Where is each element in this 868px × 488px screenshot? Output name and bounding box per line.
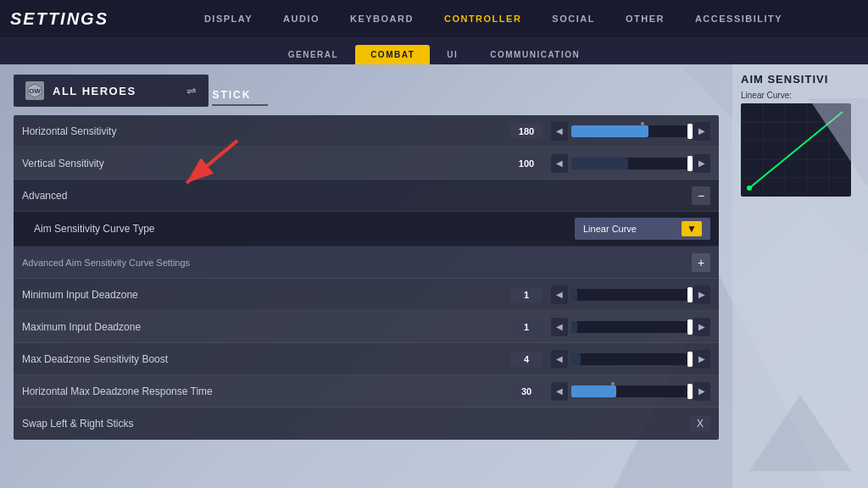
max-deadzone-fill: [571, 321, 577, 333]
min-deadzone-label: Minimum Input Deadzone: [22, 289, 510, 301]
curve-settings-expand-button[interactable]: +: [692, 253, 710, 272]
hero-swap-icon: ⇌: [186, 84, 197, 97]
nav-accessibility[interactable]: ACCESSIBILITY: [680, 0, 798, 37]
max-deadzone-row: Maximum Input Deadzone 1 ◀ ▶: [14, 311, 719, 343]
deadzone-response-control: 30 ◀ ▶: [510, 382, 710, 401]
aim-sensitivity-curve-dropdown[interactable]: Linear Curve ▼: [575, 218, 710, 240]
deadzone-response-thumb[interactable]: [687, 384, 693, 399]
deadzone-response-slider[interactable]: [571, 385, 690, 397]
hero-selector-label: ALL HEROES: [53, 85, 178, 97]
aim-sensitivity-curve-row: Aim Sensitivity Curve Type Linear Curve …: [14, 212, 719, 247]
right-panel: AIM SENSITIVI Linear Curve:: [732, 64, 868, 488]
deadzone-response-value: 30: [510, 384, 542, 399]
dropdown-selected-value: Linear Curve: [583, 224, 637, 234]
max-deadzone-value: 1: [510, 319, 542, 335]
deadzone-boost-value: 4: [510, 352, 542, 367]
vertical-sensitivity-control: 100 ◀ ▶: [510, 154, 710, 173]
aim-sensitivity-title: AIM SENSITIVI: [741, 73, 860, 86]
swap-sticks-label: Swap Left & Right Sticks: [22, 418, 690, 430]
nav-keyboard[interactable]: KEYBOARD: [335, 0, 429, 37]
nav-controller[interactable]: CONTROLLER: [429, 0, 537, 37]
vertical-sensitivity-value: 100: [510, 156, 542, 171]
max-deadzone-control: 1 ◀ ▶: [510, 318, 710, 336]
deadzone-boost-row: Max Deadzone Sensitivity Boost 4 ◀ ▶: [14, 343, 719, 375]
geo-decoration-1: [809, 98, 868, 200]
advanced-collapse-button[interactable]: −: [692, 186, 710, 205]
deadzone-boost-control: 4 ◀ ▶: [510, 350, 710, 369]
max-deadzone-slider[interactable]: [571, 321, 690, 333]
horizontal-sensitivity-decrease[interactable]: ◀: [551, 122, 568, 141]
deadzone-response-row: Horizontal Max Deadzone Response Time 30…: [14, 375, 719, 408]
horizontal-sensitivity-increase[interactable]: ▶: [693, 122, 710, 141]
dropdown-arrow-icon: ▼: [682, 221, 702, 236]
vertical-sensitivity-increase[interactable]: ▶: [693, 154, 710, 173]
aim-sensitivity-curve-label: Aim Sensitivity Curve Type: [34, 223, 575, 235]
min-deadzone-increase[interactable]: ▶: [693, 286, 710, 304]
svg-text:OW: OW: [29, 87, 41, 95]
nav-social[interactable]: SOCIAL: [537, 0, 610, 37]
max-deadzone-label: Maximum Input Deadzone: [22, 321, 510, 333]
curve-settings-label: Advanced Aim Sensitivity Curve Settings: [22, 258, 692, 268]
geo-decoration-2: [749, 395, 851, 471]
deadzone-boost-slider[interactable]: [571, 353, 690, 365]
left-panel: OW ALL HEROES ⇌ STICK Horizonta: [0, 64, 732, 488]
vertical-sensitivity-thumb[interactable]: [687, 156, 693, 171]
vertical-sensitivity-label: Vertical Sensitivity: [22, 158, 510, 169]
horizontal-sensitivity-fill: [571, 125, 648, 137]
max-deadzone-increase[interactable]: ▶: [693, 318, 710, 336]
deadzone-response-decrease[interactable]: ◀: [551, 382, 568, 401]
horizontal-sensitivity-control: 180 ◀ ▶: [510, 122, 710, 141]
max-deadzone-thumb[interactable]: [687, 319, 693, 335]
subnav-general[interactable]: GENERAL: [273, 45, 353, 64]
stick-section-header: STICK: [212, 84, 268, 106]
advanced-row: Advanced −: [14, 180, 719, 212]
horizontal-sensitivity-pip: [641, 122, 644, 125]
min-deadzone-fill: [571, 289, 577, 301]
deadzone-response-fill: [571, 385, 616, 397]
horizontal-sensitivity-slider[interactable]: [571, 125, 690, 137]
hero-selector[interactable]: OW ALL HEROES ⇌: [14, 75, 209, 107]
horizontal-sensitivity-value: 180: [510, 124, 542, 139]
vertical-sensitivity-slider[interactable]: [571, 158, 690, 169]
nav-other[interactable]: OTHER: [610, 0, 680, 37]
horizontal-sensitivity-row: Horizontal Sensitivity 180 ◀ ▶: [14, 115, 719, 147]
min-deadzone-decrease[interactable]: ◀: [551, 286, 568, 304]
min-deadzone-thumb[interactable]: [687, 287, 693, 302]
min-deadzone-control: 1 ◀ ▶: [510, 286, 710, 304]
deadzone-response-increase[interactable]: ▶: [693, 382, 710, 401]
deadzone-boost-fill: [571, 353, 581, 365]
deadzone-response-label: Horizontal Max Deadzone Response Time: [22, 385, 510, 397]
vertical-sensitivity-fill: [571, 158, 628, 169]
subnav-ui[interactable]: UI: [431, 45, 473, 64]
nav-audio[interactable]: AUDIO: [268, 0, 335, 37]
hero-logo-icon: OW: [27, 83, 42, 98]
deadzone-boost-thumb[interactable]: [687, 352, 693, 367]
deadzone-response-pip: [611, 382, 615, 385]
swap-sticks-row: Swap Left & Right Sticks X: [14, 408, 719, 440]
deadzone-boost-decrease[interactable]: ◀: [551, 350, 568, 369]
subnav-combat[interactable]: COMBAT: [355, 45, 430, 64]
min-deadzone-value: 1: [510, 287, 542, 302]
main-content: OW ALL HEROES ⇌ STICK Horizonta: [0, 64, 868, 488]
deadzone-boost-increase[interactable]: ▶: [693, 350, 710, 369]
vertical-sensitivity-decrease[interactable]: ◀: [551, 154, 568, 173]
deadzone-boost-label: Max Deadzone Sensitivity Boost: [22, 353, 510, 365]
app-title: SETTINGS: [10, 9, 108, 29]
horizontal-sensitivity-label: Horizontal Sensitivity: [22, 125, 510, 137]
settings-table: Horizontal Sensitivity 180 ◀ ▶ Vertical …: [14, 115, 719, 440]
max-deadzone-decrease[interactable]: ◀: [551, 318, 568, 336]
min-deadzone-row: Minimum Input Deadzone 1 ◀ ▶: [14, 279, 719, 311]
advanced-label: Advanced: [22, 190, 692, 202]
swap-sticks-checkbox[interactable]: X: [690, 416, 710, 431]
nav-display[interactable]: DISPLAY: [189, 0, 268, 37]
sub-nav: GENERAL COMBAT UI COMMUNICATION: [0, 37, 868, 64]
nav-items: DISPLAY AUDIO KEYBOARD CONTROLLER SOCIAL…: [129, 0, 858, 37]
horizontal-sensitivity-thumb[interactable]: [687, 124, 693, 139]
vertical-sensitivity-row: Vertical Sensitivity 100 ◀ ▶: [14, 147, 719, 180]
top-nav: SETTINGS DISPLAY AUDIO KEYBOARD CONTROLL…: [0, 0, 868, 37]
hero-icon: OW: [25, 81, 44, 100]
subnav-communication[interactable]: COMMUNICATION: [475, 45, 595, 64]
svg-point-13: [747, 186, 752, 191]
curve-settings-row: Advanced Aim Sensitivity Curve Settings …: [14, 247, 719, 279]
min-deadzone-slider[interactable]: [571, 289, 690, 301]
